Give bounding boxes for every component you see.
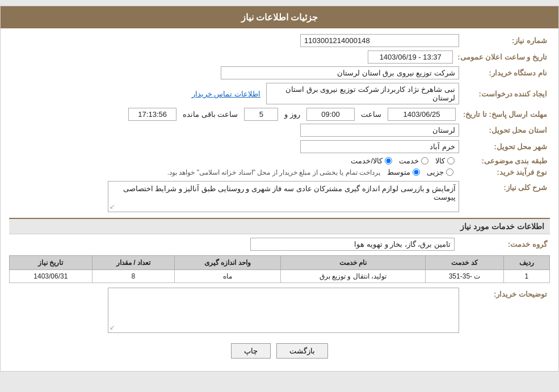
radio-jozi-input[interactable] [446, 168, 453, 176]
radio-khedmat-label: خدمت [399, 157, 419, 165]
shahr-value: خرم آباد [300, 140, 459, 153]
mohlat-row: مهلت ارسال پاسخ: تا تاریخ: 1403/06/25 سا… [9, 108, 550, 121]
service-table: ردیف کد خدمت نام خدمت واحد اندازه گیری ت… [9, 255, 550, 283]
mohlat-label: مهلت ارسال پاسخ: تا تاریخ: [459, 110, 550, 119]
nooa-label: نوع فرآیند خرید: [459, 168, 550, 176]
tabaqe-label: طبقه بندی موضوعی: [459, 157, 550, 165]
grooh-value: تامین برق، گاز، بخار و تهویه هوا [250, 238, 455, 251]
col-tedad: تعداد / مقدار [92, 256, 175, 270]
radio-motavaset-input[interactable] [413, 168, 420, 176]
cell-vahed: ماه [175, 270, 280, 283]
radio-kala-label: کالا [435, 157, 445, 165]
ostan-value: لرستان [300, 124, 459, 137]
date-announce-value: 1403/06/19 - 13:37 [368, 50, 453, 64]
radio-khedmat[interactable]: خدمت [399, 157, 428, 165]
saat-value: 09:00 [306, 108, 355, 121]
page-title: جزئیات اطلاعات نیاز [1, 6, 558, 28]
col-kod: کد خدمت [426, 256, 503, 270]
tozihat-box [108, 288, 459, 333]
cell-tedad: 8 [92, 270, 175, 283]
nooa-note: پرداخت تمام یا بخشی از مبلغ خریدار از مح… [167, 168, 380, 176]
cell-radif: 1 [503, 270, 549, 283]
time-remain: 17:13:56 [128, 108, 176, 121]
nooa-radio-group: جزیی متوسط پرداخت تمام یا بخشی از مبلغ خ… [167, 168, 453, 176]
shahr-row: شهر محل تحویل: خرم آباد [9, 140, 550, 153]
roz-label: روز و [284, 110, 300, 119]
sharh-text: آزمایش و بازرسی لوازم اندازه گیری مشترکا… [123, 184, 456, 201]
tozihat-row: توضیحات خریدار: [9, 288, 550, 333]
ijad-value: نبی شاهرخ نژاد کاربرداز شرکت توزیع نیروی… [266, 83, 459, 104]
ostan-label: استان محل تحویل: [459, 126, 550, 134]
radio-khedmat-input[interactable] [421, 157, 428, 165]
roz-value: 5 [244, 108, 278, 121]
service-section-header: اطلاعات خدمات مورد نیاز [9, 218, 550, 234]
tabaqe-row: طبقه بندی موضوعی: کالا خدمت کالا/خدمت [9, 157, 550, 165]
saat-label: ساعت [361, 110, 381, 119]
ijad-label: ایجاد کننده درخواست: [459, 90, 550, 98]
grooh-label: گروه خدمت: [459, 240, 550, 248]
sharh-row: شرح کلی نیاز: آزمایش و بازرسی لوازم اندا… [9, 181, 550, 212]
radio-kala-khedmat-label: کالا/خدمت [351, 157, 383, 165]
date-announce-row: تاریخ و ساعت اعلان عمومی: 1403/06/19 - 1… [9, 50, 550, 64]
tabaqe-radio-group: کالا خدمت کالا/خدمت [351, 157, 455, 165]
print-button[interactable]: چاپ [231, 343, 271, 359]
tozihat-label: توضیحات خریدار: [459, 288, 550, 298]
nam-dastgah-value: شرکت توزیع نیروی برق استان لرستان [221, 66, 459, 79]
radio-motavaset[interactable]: متوسط [387, 168, 420, 176]
cell-tarikh: 1403/06/31 [10, 270, 93, 283]
grooh-row: گروه خدمت: تامین برق، گاز، بخار و تهویه … [9, 238, 550, 251]
col-nam: نام خدمت [280, 256, 426, 270]
col-radif: ردیف [503, 256, 549, 270]
sharh-value: آزمایش و بازرسی لوازم اندازه گیری مشترکا… [108, 181, 459, 212]
table-row: 1 ت -35-351 تولید، انتقال و توزیع برق ما… [10, 270, 550, 283]
radio-kala-khedmat[interactable]: کالا/خدمت [351, 157, 392, 165]
cell-kod: ت -35-351 [426, 270, 503, 283]
radio-jozi[interactable]: جزیی [427, 168, 453, 176]
nooa-row: نوع فرآیند خرید: جزیی متوسط پرداخت تمام … [9, 168, 550, 176]
service-table-section: ردیف کد خدمت نام خدمت واحد اندازه گیری ت… [9, 255, 550, 283]
radio-kala-khedmat-input[interactable] [385, 157, 392, 165]
radio-kala-input[interactable] [447, 157, 455, 165]
col-tarikh: تاریخ نیاز [10, 256, 93, 270]
sharh-label: شرح کلی نیاز: [459, 181, 550, 192]
shomara-row: شماره نیاز: 1103001214000148 [9, 34, 550, 47]
date-announce-label: تاریخ و ساعت اعلان عمومی: [457, 53, 550, 61]
cell-nam: تولید، انتقال و توزیع برق [280, 270, 426, 283]
radio-jozi-label: جزیی [427, 168, 444, 176]
shomara-value: 1103001214000148 [300, 34, 459, 47]
radio-motavaset-label: متوسط [387, 168, 410, 176]
page-wrapper: جزئیات اطلاعات نیاز شماره نیاز: 11030012… [0, 6, 559, 372]
ejad-link[interactable]: اطلاعات تماس خریدار [192, 90, 260, 98]
table-header-row: ردیف کد خدمت نام خدمت واحد اندازه گیری ت… [10, 256, 550, 270]
btn-row: بازگشت چاپ [9, 336, 550, 365]
radio-kala[interactable]: کالا [435, 157, 455, 165]
nam-dastgah-row: نام دستگاه خریدار: شرکت توزیع نیروی برق … [9, 66, 550, 79]
shahr-label: شهر محل تحویل: [459, 142, 550, 151]
content-area: شماره نیاز: 1103001214000148 تاریخ و ساع… [1, 28, 558, 371]
shomara-label: شماره نیاز: [459, 36, 550, 45]
col-vahed: واحد اندازه گیری [175, 256, 280, 270]
nam-dastgah-label: نام دستگاه خریدار: [459, 69, 550, 77]
back-button[interactable]: بازگشت [276, 343, 328, 359]
mohlat-date: 1403/06/25 [388, 108, 456, 121]
baqi-label: ساعت باقی مانده [183, 110, 238, 119]
ostan-row: استان محل تحویل: لرستان [9, 124, 550, 137]
ijad-row: ایجاد کننده درخواست: نبی شاهرخ نژاد کارب… [9, 83, 550, 104]
